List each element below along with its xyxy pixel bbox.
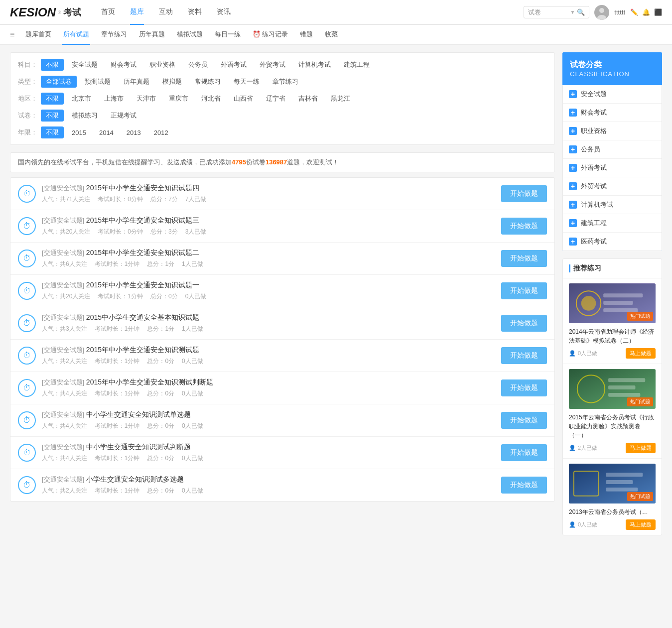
search-dropdown-icon[interactable]: ▼ xyxy=(570,9,575,15)
search-box[interactable]: ▼ 🔍 xyxy=(524,6,589,18)
question-title[interactable]: [交通安全试题] 2015年中小学生交通安全知识试题一 xyxy=(42,281,495,290)
question-title[interactable]: [交通安全试题] 中小学生交通安全知识测试单选题 xyxy=(42,410,495,419)
filter-type-past[interactable]: 历年真题 xyxy=(119,76,154,88)
subnav-item-mock[interactable]: 模拟试题 xyxy=(176,25,204,45)
classification-item-construction[interactable]: + 建筑工程 xyxy=(563,214,662,233)
filter-label-year: 年限： xyxy=(18,128,38,137)
q-score: 总分：0分 xyxy=(147,454,174,463)
subnav-item-fav[interactable]: 收藏 xyxy=(324,25,339,45)
start-button[interactable]: 开始做题 xyxy=(501,347,547,364)
table-row: ⏱ [交通安全试题] 2015年中小学生交通安全知识试题一 人气：共20人关注 … xyxy=(10,275,554,307)
filter-label-subject: 科目： xyxy=(18,60,38,69)
filter-paper-all[interactable]: 不限 xyxy=(41,110,64,122)
recommend-title-1: 2014年云南省助理会计师《经济法基础》模拟试卷（二） xyxy=(569,327,656,345)
filter-paper-exam[interactable]: 正规考试 xyxy=(106,110,141,122)
start-button[interactable]: 开始做题 xyxy=(501,444,547,461)
nav-item-questionbank[interactable]: 题库 xyxy=(130,0,144,25)
question-title[interactable]: [交通安全试题] 小学生交通安全知识测试多选题 xyxy=(42,475,495,484)
question-title[interactable]: [交通安全试题] 2015年中小学生交通安全知识测试判断题 xyxy=(42,378,495,387)
start-button[interactable]: 开始做题 xyxy=(501,185,547,202)
filter-region-beijing[interactable]: 北京市 xyxy=(67,93,96,105)
filter-region-chongqing[interactable]: 重庆市 xyxy=(164,93,193,105)
now-button-2[interactable]: 马上做题 xyxy=(626,443,656,453)
question-title[interactable]: [交通安全试题] 2015年中小学生交通安全知识试题二 xyxy=(42,249,495,257)
filter-region-shanxi[interactable]: 山西省 xyxy=(229,93,258,105)
filter-region-all[interactable]: 不限 xyxy=(41,93,64,105)
filter-region-liaoning[interactable]: 辽宁省 xyxy=(261,93,290,105)
classification-item-civil[interactable]: + 公务员 xyxy=(563,140,662,159)
classification-item-qualification[interactable]: + 职业资格 xyxy=(563,122,662,140)
start-button[interactable]: 开始做题 xyxy=(501,282,547,299)
filter-year-2015[interactable]: 2015 xyxy=(67,127,91,138)
filter-subject-accounting[interactable]: 财会考试 xyxy=(106,59,141,71)
classification-item-accounting[interactable]: + 财会考试 xyxy=(563,104,662,122)
subnav-item-chapter[interactable]: 章节练习 xyxy=(100,25,128,45)
filter-region-heilongjiang[interactable]: 黑龙江 xyxy=(326,93,355,105)
filter-subject-foreign-lang[interactable]: 外语考试 xyxy=(216,59,252,71)
start-button[interactable]: 开始做题 xyxy=(501,477,547,494)
edit-icon[interactable]: ✏️ xyxy=(630,8,638,16)
filter-year-2012[interactable]: 2012 xyxy=(149,127,173,138)
question-title[interactable]: [交通安全试题] 2015中小学生交通安全基本知识试题 xyxy=(42,313,495,322)
filter-row-type: 类型： 全部试卷 预测试题 历年真题 模拟题 常规练习 每天一练 章节练习 xyxy=(18,76,547,88)
q-done: 3人已做 xyxy=(185,228,207,236)
filter-subject-civil[interactable]: 公务员 xyxy=(183,59,213,71)
filter-type-regular[interactable]: 常规练习 xyxy=(190,76,226,88)
question-title[interactable]: [交通安全试题] 2015年中小学生交通安全知识试题三 xyxy=(42,216,495,225)
filter-year-2013[interactable]: 2013 xyxy=(122,127,146,138)
search-input[interactable] xyxy=(528,8,568,16)
nav-item-home[interactable]: 首页 xyxy=(101,0,115,25)
start-button[interactable]: 开始做题 xyxy=(501,379,547,396)
logout-icon[interactable]: ⬛ xyxy=(654,8,662,16)
recommend-box: 推荐练习 xyxy=(562,258,662,535)
filter-subject-computer[interactable]: 计算机考试 xyxy=(293,59,336,71)
now-button-3[interactable]: 马上做题 xyxy=(626,519,656,530)
filter-year-all[interactable]: 不限 xyxy=(41,126,64,138)
search-icon[interactable]: 🔍 xyxy=(577,8,585,16)
nav-item-interact[interactable]: 互动 xyxy=(159,0,173,25)
subnav-item-home[interactable]: 题库首页 xyxy=(24,25,52,45)
question-title[interactable]: [交通安全试题] 2015年中小学生交通安全知识试题四 xyxy=(42,184,495,193)
filter-year-2014[interactable]: 2014 xyxy=(94,127,119,138)
classification-item-computer[interactable]: + 计算机考试 xyxy=(563,196,662,214)
question-title[interactable]: [交通安全试题] 中小学生交通安全知识测试判断题 xyxy=(42,443,495,452)
start-button[interactable]: 开始做题 xyxy=(501,250,547,267)
start-button[interactable]: 开始做题 xyxy=(501,218,547,235)
now-button-1[interactable]: 马上做题 xyxy=(626,348,656,359)
subnav-item-records[interactable]: ⏰练习记录 xyxy=(252,25,289,45)
classification-item-trade[interactable]: + 外贸考试 xyxy=(563,177,662,196)
nav-item-news[interactable]: 资讯 xyxy=(217,0,231,25)
subnav-item-past[interactable]: 历年真题 xyxy=(138,25,166,45)
subnav-menu-icon[interactable]: ≡ xyxy=(10,30,14,39)
classification-title: 试卷分类 xyxy=(570,60,655,70)
notice-text2: 份试卷 xyxy=(246,158,266,166)
filter-type-all[interactable]: 全部试卷 xyxy=(41,76,77,88)
start-button[interactable]: 开始做题 xyxy=(501,315,547,332)
classification-item-foreign-lang[interactable]: + 外语考试 xyxy=(563,159,662,177)
filter-subject-all[interactable]: 不限 xyxy=(41,59,64,71)
filter-type-daily[interactable]: 每天一练 xyxy=(229,76,265,88)
filter-type-chapter[interactable]: 章节练习 xyxy=(268,76,303,88)
start-button[interactable]: 开始做题 xyxy=(501,412,547,429)
recommend-meta-3: 👤0人已做 马上做题 xyxy=(569,519,656,530)
filter-type-predict[interactable]: 预测试题 xyxy=(80,76,116,88)
filter-region-tianjin[interactable]: 天津市 xyxy=(132,93,161,105)
filter-subject-safety[interactable]: 安全试题 xyxy=(67,59,103,71)
classification-item-safety[interactable]: + 安全试题 xyxy=(563,85,662,104)
classification-item-medical[interactable]: + 医药考试 xyxy=(563,233,662,251)
question-title[interactable]: [交通安全试题] 2015年中小学生交通安全知识测试题 xyxy=(42,346,495,355)
q-duration: 考试时长：1分钟 xyxy=(95,487,140,495)
filter-type-mock[interactable]: 模拟题 xyxy=(157,76,187,88)
filter-subject-qualification[interactable]: 职业资格 xyxy=(144,59,180,71)
subnav-item-all[interactable]: 所有试题 xyxy=(62,25,90,45)
subnav-item-daily[interactable]: 每日一练 xyxy=(214,25,242,45)
filter-region-shanghai[interactable]: 上海市 xyxy=(99,93,129,105)
filter-subject-construction[interactable]: 建筑工程 xyxy=(339,59,375,71)
filter-region-jilin[interactable]: 吉林省 xyxy=(293,93,323,105)
filter-paper-practice[interactable]: 模拟练习 xyxy=(67,110,103,122)
filter-region-hebei[interactable]: 河北省 xyxy=(196,93,226,105)
filter-subject-trade[interactable]: 外贸考试 xyxy=(255,59,290,71)
bell-icon[interactable]: 🔔 xyxy=(642,8,650,16)
nav-item-resources[interactable]: 资料 xyxy=(188,0,202,25)
subnav-item-wrong[interactable]: 错题 xyxy=(299,25,314,45)
